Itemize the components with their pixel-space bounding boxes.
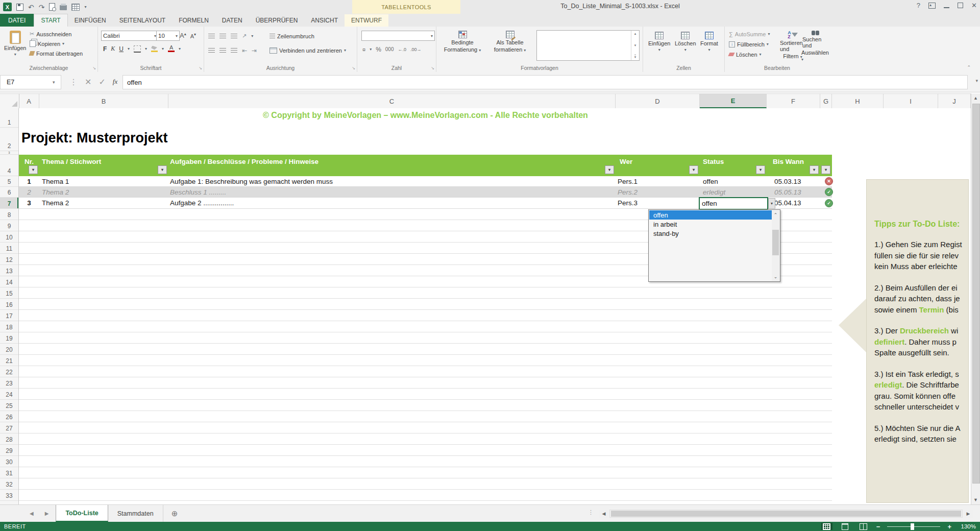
font-color-button[interactable]: A bbox=[168, 45, 175, 52]
tab-splitter[interactable]: ⋮ bbox=[588, 509, 594, 516]
insert-function-icon[interactable]: fx bbox=[113, 78, 117, 86]
empty-row-21[interactable] bbox=[19, 355, 832, 366]
filter-button-status[interactable]: ▾ bbox=[756, 165, 765, 174]
row-header-19[interactable]: 19 bbox=[0, 332, 18, 344]
format-cells-button[interactable]: Format ▾ bbox=[700, 32, 718, 52]
copy-button[interactable]: Kopieren ▾ bbox=[30, 39, 64, 48]
delete-cells-button[interactable]: Löschen ▾ bbox=[675, 32, 696, 52]
tab-ansicht[interactable]: ANSICHT bbox=[304, 14, 345, 27]
empty-row-29[interactable] bbox=[19, 445, 832, 456]
undo-icon[interactable]: ↶ bbox=[28, 4, 34, 11]
column-header-g[interactable]: G bbox=[820, 94, 832, 108]
row-header-26[interactable]: 26 bbox=[0, 411, 18, 422]
tab-datei[interactable]: DATEI bbox=[0, 14, 34, 27]
active-cell-E7[interactable]: offen bbox=[699, 197, 768, 210]
row-header-7[interactable]: 7 bbox=[0, 198, 18, 209]
collapse-ribbon-icon[interactable]: ⌃ bbox=[967, 65, 971, 70]
empty-row-32[interactable] bbox=[19, 478, 832, 490]
shrink-font-button[interactable]: A▾ bbox=[190, 32, 196, 39]
row-header-6[interactable]: 6 bbox=[0, 187, 18, 198]
scroll-right-icon[interactable]: ▶ bbox=[964, 510, 973, 518]
align-center-icon[interactable] bbox=[219, 48, 226, 53]
alignment-dialog-launcher[interactable]: ↘ bbox=[352, 66, 355, 70]
column-header-i[interactable]: I bbox=[884, 94, 938, 108]
zoom-slider-thumb[interactable] bbox=[911, 523, 914, 530]
filter-button-wer[interactable]: ▾ bbox=[689, 165, 698, 174]
row-header-15[interactable]: 15 bbox=[0, 287, 18, 299]
column-header-h[interactable]: H bbox=[832, 94, 884, 108]
prev-sheet-icon[interactable]: ◀ bbox=[30, 511, 34, 516]
excel-logo-icon[interactable]: X bbox=[3, 3, 12, 11]
empty-row-31[interactable] bbox=[19, 467, 832, 478]
tab-entwurf[interactable]: ENTWURF bbox=[345, 14, 388, 27]
column-header-e[interactable]: E bbox=[700, 94, 767, 108]
row-header-22[interactable]: 22 bbox=[0, 366, 18, 377]
underline-dropdown-icon[interactable]: ▾ bbox=[128, 46, 130, 51]
filter-button-aufgaben-beschl-sse-probleme-hinweise[interactable]: ▾ bbox=[605, 165, 614, 174]
row-header-25[interactable]: 25 bbox=[0, 400, 18, 411]
empty-row-30[interactable] bbox=[19, 456, 832, 467]
row-header-10[interactable]: 10 bbox=[0, 231, 18, 243]
page-layout-view-button[interactable] bbox=[840, 523, 851, 530]
empty-row-18[interactable] bbox=[19, 321, 832, 332]
formula-bar-expand-icon[interactable]: ▾ bbox=[975, 78, 978, 83]
validation-dropdown-button[interactable]: ▾ bbox=[768, 198, 775, 209]
column-header-d[interactable]: D bbox=[616, 94, 700, 108]
qat-customize-icon[interactable]: ▾ bbox=[84, 5, 86, 9]
align-middle-icon[interactable] bbox=[219, 34, 226, 38]
tab-daten[interactable]: DATEN bbox=[215, 14, 249, 27]
vertical-scroll-thumb[interactable] bbox=[972, 104, 980, 484]
zoom-out-button[interactable]: − bbox=[876, 523, 880, 530]
print-preview-icon[interactable] bbox=[49, 3, 55, 11]
scroll-up-icon[interactable]: ▲ bbox=[971, 93, 980, 103]
accounting-format-icon[interactable]: ¤ bbox=[362, 46, 365, 53]
dropdown-scrollbar[interactable]: ⌃ ⌄ bbox=[772, 210, 779, 281]
dropdown-scroll-thumb[interactable] bbox=[772, 230, 779, 255]
increase-indent-icon[interactable]: ⇥ bbox=[252, 47, 257, 54]
tab-formeln[interactable]: FORMELN bbox=[172, 14, 215, 27]
row-header-1[interactable]: 1 bbox=[0, 108, 18, 128]
align-right-icon[interactable] bbox=[231, 48, 237, 53]
row-header-11[interactable]: 11 bbox=[0, 243, 18, 254]
borders-icon[interactable] bbox=[134, 45, 141, 53]
status-dropdown[interactable]: offenin arbeitstand-by ⌃ ⌄ bbox=[648, 209, 780, 282]
empty-row-27[interactable] bbox=[19, 422, 832, 433]
row-header-30[interactable]: 30 bbox=[0, 456, 18, 467]
number-dialog-launcher[interactable]: ↘ bbox=[431, 66, 434, 70]
align-top-icon[interactable] bbox=[208, 34, 215, 38]
cell-styles-gallery[interactable]: ▴▾▾ bbox=[536, 30, 640, 61]
select-all-corner[interactable] bbox=[0, 94, 19, 108]
table-row-1[interactable]: 1Thema 1Aufgabe 1: Beschreibung was gema… bbox=[19, 176, 832, 187]
sheet-tab-todo-liste[interactable]: ToDo-Liste bbox=[56, 505, 108, 522]
empty-row-28[interactable] bbox=[19, 433, 832, 445]
empty-row-23[interactable] bbox=[19, 377, 832, 389]
italic-button[interactable]: K bbox=[111, 45, 115, 53]
row-header-20[interactable]: 20 bbox=[0, 344, 18, 355]
tab--berpr-fen[interactable]: ÜBERPRÜFEN bbox=[249, 14, 305, 27]
filter-button-nr-[interactable]: ▾ bbox=[29, 165, 38, 174]
font-dialog-launcher[interactable]: ↘ bbox=[199, 66, 202, 70]
column-header-c[interactable]: C bbox=[168, 94, 616, 108]
row-header-24[interactable]: 24 bbox=[0, 389, 18, 400]
font-size-combo[interactable]: 10▾ bbox=[156, 31, 180, 41]
enter-formula-icon[interactable]: ✓ bbox=[99, 77, 105, 87]
row-header-2[interactable]: 2 bbox=[0, 128, 18, 151]
scroll-down-icon[interactable]: ⌄ bbox=[772, 272, 779, 281]
conditional-formatting-button[interactable]: Bedingte Formatierung ▾ bbox=[440, 31, 484, 53]
row-header-9[interactable]: 9 bbox=[0, 220, 18, 231]
merge-center-button[interactable]: Verbinden und zentrieren ▾ bbox=[270, 46, 346, 55]
dropdown-option-stand-by[interactable]: stand-by bbox=[649, 229, 772, 238]
scroll-up-icon[interactable]: ⌃ bbox=[772, 210, 779, 219]
number-format-combo[interactable]: ▾ bbox=[361, 31, 435, 41]
row-header-32[interactable]: 32 bbox=[0, 478, 18, 490]
row-header-17[interactable]: 17 bbox=[0, 310, 18, 321]
percent-style-button[interactable]: % bbox=[376, 46, 381, 53]
comma-style-button[interactable]: 000 bbox=[385, 46, 394, 52]
filter-button-thema-stichwort[interactable]: ▾ bbox=[158, 165, 167, 174]
empty-row-16[interactable] bbox=[19, 299, 832, 310]
empty-row-20[interactable] bbox=[19, 344, 832, 355]
row-header-16[interactable]: 16 bbox=[0, 299, 18, 310]
column-header-b[interactable]: B bbox=[39, 94, 168, 108]
row-header-18[interactable]: 18 bbox=[0, 321, 18, 332]
bold-button[interactable]: F bbox=[103, 45, 107, 53]
